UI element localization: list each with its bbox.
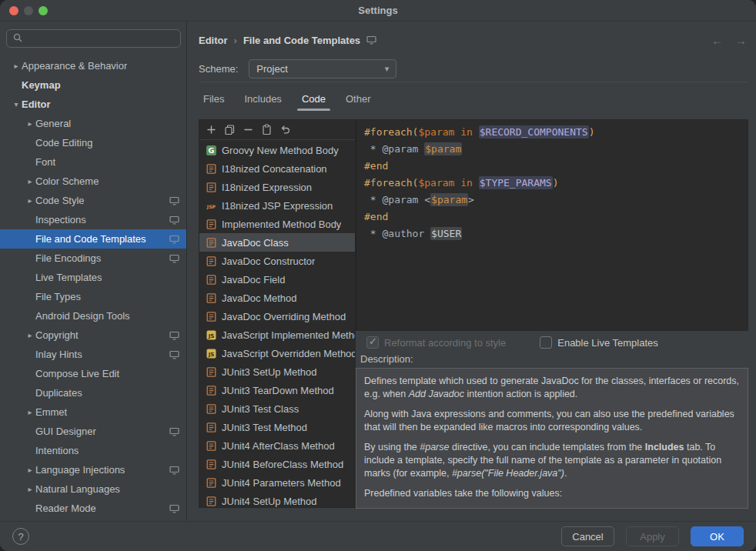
breadcrumb-editor[interactable]: Editor [199, 35, 228, 46]
chevron-right-icon[interactable]: ▸ [25, 466, 35, 474]
template-item-i18nized-jsp-expression[interactable]: JSPI18nized JSP Expression [199, 196, 355, 215]
template-item-javascript-implemented-method[interactable]: JSJavaScript Implemented Method [199, 326, 355, 344]
sidebar-item-android-design-tools[interactable]: Android Design Tools [0, 306, 186, 326]
description-label: Description: [360, 353, 413, 365]
paste-icon[interactable] [257, 122, 276, 139]
forward-icon[interactable]: → [735, 34, 747, 47]
tab-other[interactable]: Other [338, 89, 379, 111]
apply-button[interactable]: Apply [626, 526, 679, 546]
template-item-junit4-parameters-method[interactable]: JUnit4 Parameters Method [199, 473, 355, 492]
live-templates-option: Enable Live Templates [540, 336, 658, 349]
sidebar-item-label: Duplicates [35, 387, 82, 399]
ok-button[interactable]: OK [691, 526, 744, 546]
template-item-javadoc-constructor[interactable]: JavaDoc Constructor [199, 252, 355, 270]
sidebar-item-label: Emmet [35, 406, 67, 418]
template-item-label: I18nized JSP Expression [222, 200, 333, 212]
template-item-label: Groovy New Method Body [222, 145, 339, 156]
template-item-label: I18nized Expression [222, 182, 312, 193]
template-item-label: JUnit4 BeforeClass Method [222, 459, 343, 470]
breadcrumb-current: File and Code Templates [243, 35, 360, 46]
live-templates-checkbox[interactable] [540, 336, 552, 349]
monitor-icon [169, 215, 179, 225]
template-item-junit3-teardown-method[interactable]: JUnit3 TearDown Method [199, 381, 355, 399]
add-icon[interactable] [202, 122, 220, 139]
chevron-right-icon[interactable]: ▸ [11, 62, 22, 70]
copy-icon[interactable] [220, 122, 239, 139]
sidebar-item-language-injections[interactable]: ▸Language Injections [0, 460, 186, 479]
template-item-junit3-setup-method[interactable]: JUnit3 SetUp Method [199, 362, 355, 381]
template-item-javadoc-field[interactable]: JavaDoc Field [199, 270, 355, 289]
sidebar-item-compose-live-edit[interactable]: Compose Live Edit [0, 364, 186, 383]
scheme-select[interactable]: Project ▾ [249, 59, 396, 78]
breadcrumb: Editor › File and Code Templates ← → [199, 31, 747, 49]
sidebar-item-code-style[interactable]: ▸Code Style [0, 191, 186, 210]
reformat-checkbox[interactable] [366, 336, 379, 349]
chevron-right-icon[interactable]: ▸ [25, 408, 35, 416]
chevron-right-icon[interactable]: ▸ [25, 331, 35, 339]
tpl-icon [206, 274, 217, 286]
template-item-junit3-test-class[interactable]: JUnit3 Test Class [199, 399, 355, 418]
footer: ? Cancel Apply OK [0, 521, 756, 551]
tab-includes[interactable]: Includes [236, 89, 289, 111]
chevron-right-icon[interactable]: ▸ [25, 119, 35, 128]
template-item-javascript-overridden-method[interactable]: JSJavaScript Overridden Method [199, 344, 355, 362]
sidebar-item-copyright[interactable]: ▸Copyright [0, 326, 186, 345]
chevron-down-icon: ▾ [385, 64, 390, 74]
reset-icon[interactable] [276, 122, 294, 139]
template-item-junit4-beforeclass-method[interactable]: JUnit4 BeforeClass Method [199, 455, 355, 473]
template-item-junit4-afterclass-method[interactable]: JUnit4 AfterClass Method [199, 436, 355, 455]
template-list-toolbar [199, 120, 355, 140]
template-item-javadoc-overriding-method[interactable]: JavaDoc Overriding Method [199, 307, 355, 326]
template-item-i18nized-concatenation[interactable]: I18nized Concatenation [199, 159, 355, 178]
sidebar-item-editor[interactable]: ▾Editor [0, 95, 186, 114]
sidebar-item-inspections[interactable]: Inspections [0, 210, 186, 229]
help-button[interactable]: ? [12, 528, 29, 545]
description-text: Defines template which used to generate … [356, 368, 748, 509]
tab-code[interactable]: Code [294, 89, 333, 111]
sidebar-item-label: Editor [22, 99, 51, 110]
template-item-i18nized-expression[interactable]: I18nized Expression [199, 178, 355, 196]
chevron-right-icon[interactable]: ▸ [25, 485, 35, 493]
search-input[interactable] [6, 29, 181, 48]
sidebar-item-duplicates[interactable]: Duplicates [0, 383, 186, 402]
sidebar-item-inlay-hints[interactable]: Inlay Hints [0, 345, 186, 364]
back-icon[interactable]: ← [711, 34, 723, 47]
scheme-label: Scheme: [199, 63, 238, 75]
svg-text:JS: JS [208, 332, 215, 339]
sidebar-item-live-templates[interactable]: Live Templates [0, 268, 186, 287]
template-item-implemented-method-body[interactable]: Implemented Method Body [199, 215, 355, 233]
sidebar-item-label: GUI Designer [35, 426, 96, 437]
template-item-javadoc-method[interactable]: JavaDoc Method [199, 289, 355, 307]
template-item-groovy-new-method-body[interactable]: GGroovy New Method Body [199, 141, 355, 159]
sidebar-item-emmet[interactable]: ▸Emmet [0, 402, 186, 422]
sidebar-item-label: Copyright [35, 329, 79, 341]
sidebar-item-gui-designer[interactable]: GUI Designer [0, 422, 186, 441]
template-panel: GGroovy New Method BodyI18nized Concaten… [199, 119, 356, 508]
template-item-junit4-setup-method[interactable]: JUnit4 SetUp Method [199, 492, 355, 507]
template-item-junit3-test-method[interactable]: JUnit3 Test Method [199, 418, 355, 436]
template-editor[interactable]: #foreach($param in $RECORD_COMPONENTS) *… [356, 119, 748, 331]
sidebar-item-file-and-code-templates[interactable]: File and Code Templates [0, 229, 186, 249]
cancel-button[interactable]: Cancel [561, 526, 614, 546]
sidebar-item-code-editing[interactable]: Code Editing [0, 133, 186, 152]
sidebar-item-label: Keymap [22, 79, 61, 91]
remove-icon[interactable] [239, 122, 257, 139]
chevron-right-icon[interactable]: ▸ [25, 177, 35, 185]
sidebar-item-general[interactable]: ▸General [0, 114, 186, 133]
chevron-right-icon[interactable]: ▸ [25, 196, 35, 205]
sidebar-item-keymap[interactable]: Keymap [0, 75, 186, 95]
main-panel: Editor › File and Code Templates ← → Sch… [188, 22, 756, 521]
sidebar-item-font[interactable]: Font [0, 152, 186, 172]
sidebar-item-intentions[interactable]: Intentions [0, 441, 186, 460]
template-item-label: JUnit3 SetUp Method [222, 366, 317, 378]
template-item-label: I18nized Concatenation [222, 163, 327, 175]
tab-files[interactable]: Files [196, 89, 232, 111]
sidebar-item-file-encodings[interactable]: File Encodings [0, 249, 186, 268]
sidebar-item-file-types[interactable]: File Types [0, 287, 186, 306]
template-item-javadoc-class[interactable]: JavaDoc Class [199, 233, 355, 252]
sidebar-item-color-scheme[interactable]: ▸Color Scheme [0, 172, 186, 191]
sidebar-item-natural-languages[interactable]: ▸Natural Languages [0, 479, 186, 499]
chevron-down-icon[interactable]: ▾ [11, 100, 22, 109]
sidebar-item-reader-mode[interactable]: Reader Mode [0, 499, 186, 518]
sidebar-item-appearance-behavior[interactable]: ▸Appearance & Behavior [0, 56, 186, 75]
